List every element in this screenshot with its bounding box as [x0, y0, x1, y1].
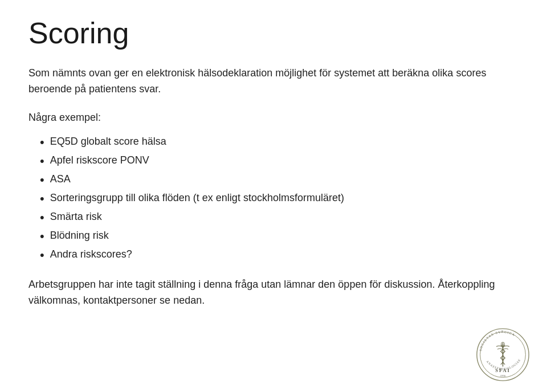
- logo-container: SOCIETAS SVECICA ANAESTHESIOLOGIAE SFAI …: [476, 328, 530, 382]
- intro-paragraph: Som nämnts ovan ger en elektronisk hälso…: [28, 66, 513, 97]
- list-item: Andra riskscores?: [40, 246, 513, 264]
- page-container: Scoring Som nämnts ovan ger en elektroni…: [0, 0, 547, 326]
- list-item: Sorteringsgrupp till olika flöden (t ex …: [40, 189, 513, 208]
- list-item: Apfel riskscore PONV: [40, 152, 513, 170]
- svg-text:SOCIETAS SVECICA: SOCIETAS SVECICA: [479, 330, 516, 351]
- list-item: Blödning risk: [40, 227, 513, 246]
- page-title: Scoring: [28, 17, 513, 50]
- list-item: EQ5D globalt score hälsa: [40, 133, 513, 152]
- svg-text:1956: 1956: [500, 374, 506, 377]
- sfai-logo: SOCIETAS SVECICA ANAESTHESIOLOGIAE SFAI …: [476, 328, 530, 382]
- examples-label: Några exempel:: [28, 110, 513, 126]
- svg-text:SFAI: SFAI: [495, 368, 510, 373]
- list-item: ASA: [40, 170, 513, 189]
- closing-paragraph: Arbetsgruppen har inte tagit ställning i…: [28, 277, 513, 309]
- bullet-list: EQ5D globalt score hälsa Apfel riskscore…: [40, 133, 513, 264]
- list-item: Smärta risk: [40, 208, 513, 227]
